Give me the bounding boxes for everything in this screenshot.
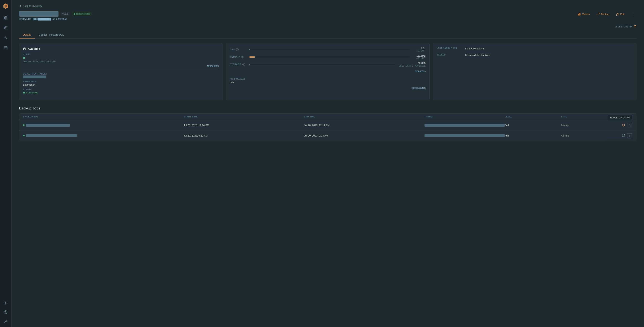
sidebar-item-databases[interactable] — [3, 15, 8, 21]
app-logo[interactable] — [3, 3, 9, 9]
cpu-label: CPU i — [230, 48, 247, 51]
sidebar-item-help[interactable] — [3, 309, 8, 315]
cpu-progress-bar — [249, 49, 410, 50]
namespace-value: automation — [23, 83, 219, 86]
memory-row: MEMORY i 139.6MB 4GB LIMIT — [230, 55, 426, 59]
row-2-end-time: Jul 20, 2023, 9:23 AM — [304, 134, 424, 137]
tab-details[interactable]: Details — [19, 31, 35, 39]
cpu-info-icon[interactable]: i — [236, 48, 238, 51]
backup-schedule-row: BACKUP No scheduled backups — [437, 54, 632, 57]
cpu-values: 0.01 2.00 LIMIT — [412, 47, 426, 52]
tab-copilot[interactable]: Copilot - PostgreSQL — [35, 31, 68, 39]
status-indicator — [23, 92, 25, 94]
svg-point-2 — [4, 17, 7, 18]
memory-info-icon[interactable]: i — [241, 56, 244, 58]
table-header: BACKUP JOB START TIME END TIME TARGET LE… — [19, 114, 636, 120]
dropdown-menu: View Json Restore Delete — [606, 141, 632, 141]
deployed-prefix: Deployed to — [19, 18, 31, 21]
timestamp-label: as of 2:30:02 PM — [615, 25, 632, 28]
last-backup-job-value: No backups found — [465, 47, 485, 50]
memory-progress-bar — [249, 57, 410, 58]
connection-link[interactable]: connection — [207, 65, 219, 67]
col-start-time: START TIME — [184, 116, 304, 118]
col-target: TARGET — [424, 116, 505, 118]
sidebar-item-billing[interactable] — [3, 45, 8, 50]
row-2-type: Ad-hoc — [561, 134, 617, 137]
connected-status: Connected — [23, 91, 219, 94]
backup-status-card: LAST BACKUP JOB No backups found BACKUP … — [433, 43, 636, 100]
storage-info-icon[interactable]: i — [242, 63, 245, 66]
table-row: backup-████████████████████████ Jul 20, … — [19, 130, 636, 141]
row-2-name: backup-████████████████████████ — [23, 134, 184, 137]
deployed-info: Deployed to PDS-████████ on automation — [19, 18, 92, 21]
backup-schedule-value: No scheduled backups — [465, 54, 490, 57]
namespace-row: NAMESPACE automation — [23, 81, 219, 86]
status-label: latest version — [76, 13, 90, 15]
row-2-status-dot — [23, 135, 24, 136]
backup-button[interactable]: Backup — [595, 12, 611, 17]
col-backup-job: BACKUP JOB — [23, 116, 184, 118]
backup-jobs-section-title: Backup Jobs — [19, 106, 636, 110]
config-link-row: configuration — [230, 86, 426, 89]
row-2-name-text: backup-████████████████████████ — [26, 134, 77, 137]
timestamp-row: as of 2:30:02 PM — [19, 25, 636, 28]
backup-schedule-label: BACKUP — [437, 54, 465, 57]
resources-link[interactable]: resources — [415, 70, 426, 73]
row-1-type: Ad-hoc — [561, 124, 617, 127]
cpu-progress-fill — [249, 49, 250, 50]
restore-tooltip: Restore backup job — [608, 115, 632, 120]
sidebar-item-user[interactable] — [3, 318, 8, 324]
last-seen: Last seen Jul 24, 2023, 2:29:51 PM — [23, 60, 219, 63]
storage-label: STORAGE i — [230, 63, 247, 66]
pg-database-value: pds — [230, 81, 426, 84]
svg-point-6 — [5, 302, 6, 303]
page-header: pg-██████████ v15.3 latest version Deplo… — [19, 11, 636, 21]
svg-point-9 — [5, 320, 6, 321]
svg-rect-12 — [580, 13, 580, 16]
backup-jobs-table: BACKUP JOB START TIME END TIME TARGET LE… — [19, 113, 636, 141]
status-dot — [74, 13, 75, 15]
storage-progress-bar — [249, 64, 395, 65]
available-card: Available NODES Last seen Jul 24, 2023, … — [19, 43, 223, 100]
nodes-label: NODES — [23, 53, 219, 56]
configuration-link[interactable]: configuration — [411, 86, 426, 89]
edit-button[interactable]: Edit — [615, 12, 626, 17]
svg-rect-4 — [4, 47, 7, 49]
resources-card-divider — [230, 75, 426, 75]
memory-label: MEMORY i — [230, 56, 247, 58]
row-1-status-dot — [23, 124, 24, 126]
row-1-actions: Restore backup job ⋮ — [617, 123, 632, 128]
pg-database-section: PG_DATABASE pds — [230, 78, 426, 84]
svg-rect-10 — [578, 14, 578, 15]
connection-link-row: connection — [23, 65, 219, 67]
db-name: pg-██████████ — [19, 11, 58, 17]
restore-backup-icon-button[interactable] — [621, 123, 626, 128]
refresh-icon[interactable] — [634, 25, 636, 28]
resources-card: CPU i 0.01 2.00 LIMIT MEMORY — [226, 43, 430, 100]
main-content: Back to Overview pg-██████████ v15.3 lat… — [12, 0, 644, 327]
sidebar-item-settings[interactable] — [3, 300, 8, 306]
more-options-button[interactable]: ⋮ — [630, 11, 636, 17]
memory-progress-fill — [249, 57, 255, 58]
status-row: STATUS Connected — [23, 89, 219, 94]
back-to-overview-link[interactable]: Back to Overview — [19, 5, 636, 8]
sidebar-item-upload[interactable] — [3, 25, 8, 31]
available-card-title: Available — [23, 47, 219, 50]
metrics-label: Metrics — [582, 13, 590, 16]
row-2-restore-icon-button[interactable] — [621, 133, 626, 138]
last-backup-job-label: LAST BACKUP JOB — [437, 47, 465, 50]
row-2-actions: ⋮ View Json Restore Delete — [617, 133, 632, 138]
edit-label: Edit — [620, 13, 624, 16]
row-1-target: pds-██ — [424, 124, 505, 127]
metrics-button[interactable]: Metrics — [576, 12, 592, 17]
deployment-target-value: PDS-████████ — [23, 76, 46, 78]
svg-rect-11 — [579, 13, 580, 15]
status-badge: latest version — [72, 12, 92, 16]
row-2-level: Full — [505, 134, 561, 137]
node-indicator — [23, 57, 219, 60]
row-1-more-button[interactable]: ⋮ — [627, 123, 632, 127]
row-2-more-button[interactable]: ⋮ — [627, 133, 632, 138]
sidebar-item-analytics[interactable] — [3, 35, 8, 41]
row-1-name: backup-████████████████████ — [23, 124, 184, 127]
header-left: pg-██████████ v15.3 latest version Deplo… — [19, 11, 92, 21]
